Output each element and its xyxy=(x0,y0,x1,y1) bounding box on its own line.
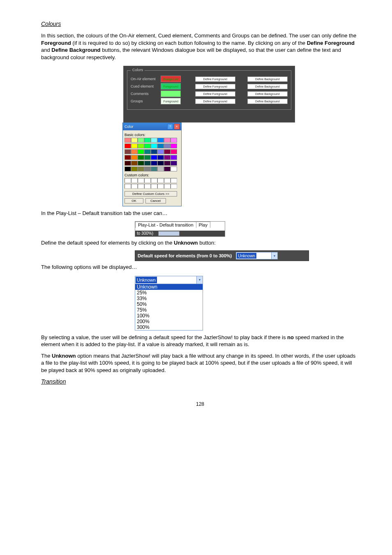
custom-color-slot[interactable] xyxy=(157,178,164,183)
color-swatch[interactable] xyxy=(131,138,138,143)
color-swatch[interactable] xyxy=(125,155,131,160)
custom-color-slot[interactable] xyxy=(151,184,157,189)
color-swatch[interactable] xyxy=(164,166,171,171)
color-swatch[interactable] xyxy=(131,143,138,148)
color-swatch[interactable] xyxy=(138,161,144,166)
chevron-down-icon[interactable]: ▾ xyxy=(271,252,277,259)
speed-combo[interactable]: Unknown ▾ xyxy=(236,252,278,259)
color-swatch[interactable] xyxy=(144,138,151,143)
custom-color-slot[interactable] xyxy=(144,184,151,189)
color-swatch[interactable] xyxy=(164,149,171,154)
custom-color-slot[interactable] xyxy=(151,178,157,183)
color-swatch[interactable] xyxy=(138,149,144,154)
color-swatch[interactable] xyxy=(157,161,164,166)
color-swatch[interactable] xyxy=(138,143,144,148)
custom-color-slot[interactable] xyxy=(171,184,177,189)
define-background-button[interactable]: Define Background xyxy=(247,99,288,104)
custom-color-slot[interactable] xyxy=(131,184,138,189)
color-swatch[interactable] xyxy=(144,155,151,160)
dropdown-option[interactable]: 300% xyxy=(135,324,203,330)
define-background-button[interactable]: Define Background xyxy=(247,91,288,97)
define-foreground-button[interactable]: Define Foreground xyxy=(195,76,235,82)
color-swatch[interactable] xyxy=(125,149,131,154)
define-background-button[interactable]: Define Background xyxy=(247,84,288,89)
text: In this section, the colours of the On-A… xyxy=(41,32,356,39)
color-swatch[interactable] xyxy=(157,138,164,143)
color-swatch[interactable] xyxy=(125,166,131,171)
tab-default-transition[interactable]: Play-List - Default transition xyxy=(135,222,196,228)
color-swatch[interactable] xyxy=(164,138,171,143)
dropdown-option[interactable]: 25% xyxy=(135,290,203,296)
color-swatch[interactable] xyxy=(157,149,164,154)
dropdown-option[interactable]: 75% xyxy=(135,307,203,313)
dropdown-option[interactable]: 100% xyxy=(135,313,203,319)
dropdown-list[interactable]: Unknown25%33%50%75%100%200%300% xyxy=(135,284,203,330)
color-swatch[interactable] xyxy=(151,149,157,154)
custom-color-slot[interactable] xyxy=(138,184,144,189)
color-swatch[interactable] xyxy=(171,149,177,154)
foreground-swatch[interactable]: Foreground xyxy=(161,98,181,104)
color-swatch[interactable] xyxy=(171,166,177,171)
color-swatch[interactable] xyxy=(151,138,157,143)
mini-selector[interactable] xyxy=(158,231,180,236)
foreground-swatch[interactable]: Foreground xyxy=(161,83,181,90)
foreground-swatch[interactable]: Foreground xyxy=(161,76,181,82)
color-swatch[interactable] xyxy=(144,143,151,148)
color-swatch[interactable] xyxy=(138,155,144,160)
custom-color-slot[interactable] xyxy=(164,178,171,183)
define-background-button[interactable]: Define Background xyxy=(247,76,288,82)
color-swatch[interactable] xyxy=(125,138,131,143)
color-swatch[interactable] xyxy=(171,143,177,148)
custom-color-slot[interactable] xyxy=(164,184,171,189)
color-swatch[interactable] xyxy=(151,155,157,160)
color-swatch[interactable] xyxy=(164,161,171,166)
color-swatch[interactable] xyxy=(125,143,131,148)
color-swatch[interactable] xyxy=(131,166,138,171)
color-swatch[interactable] xyxy=(131,149,138,154)
custom-color-slot[interactable] xyxy=(138,178,144,183)
ok-button[interactable]: OK xyxy=(125,198,143,204)
color-swatch[interactable] xyxy=(138,166,144,171)
color-swatch[interactable] xyxy=(157,166,164,171)
dropdown-option[interactable]: 50% xyxy=(135,301,203,307)
custom-color-slot[interactable] xyxy=(125,178,131,183)
define-foreground-button[interactable]: Define Foreground xyxy=(195,91,235,97)
custom-colors-grid[interactable] xyxy=(125,178,180,189)
custom-color-slot[interactable] xyxy=(144,178,151,183)
close-icon[interactable]: × xyxy=(174,124,180,130)
foreground-swatch[interactable] xyxy=(161,90,181,97)
dropdown-option[interactable]: Unknown xyxy=(135,284,203,290)
color-swatch[interactable] xyxy=(131,155,138,160)
color-swatch[interactable] xyxy=(157,155,164,160)
tab-play[interactable]: Play xyxy=(196,222,210,228)
color-swatch[interactable] xyxy=(138,138,144,143)
color-swatch[interactable] xyxy=(131,161,138,166)
define-custom-colors-button[interactable]: Define Custom Colors >> xyxy=(125,191,177,197)
custom-color-slot[interactable] xyxy=(125,184,131,189)
cancel-button[interactable]: Cancel xyxy=(145,198,166,204)
color-swatch[interactable] xyxy=(144,161,151,166)
help-icon[interactable]: ? xyxy=(167,124,173,130)
color-swatch[interactable] xyxy=(151,143,157,148)
custom-color-slot[interactable] xyxy=(157,184,164,189)
custom-color-slot[interactable] xyxy=(171,178,177,183)
color-swatch[interactable] xyxy=(144,149,151,154)
color-swatch[interactable] xyxy=(171,138,177,143)
color-swatch[interactable] xyxy=(125,161,131,166)
color-swatch[interactable] xyxy=(151,161,157,166)
color-swatch[interactable] xyxy=(171,155,177,160)
define-foreground-button[interactable]: Define Foreground xyxy=(195,99,235,104)
color-swatch[interactable] xyxy=(164,143,171,148)
color-swatch[interactable] xyxy=(164,155,171,160)
color-swatch[interactable] xyxy=(151,166,157,171)
define-foreground-button[interactable]: Define Foreground xyxy=(195,84,235,89)
chevron-down-icon[interactable]: ▾ xyxy=(196,276,203,284)
speed-dropdown-open[interactable]: Unknown ▾ Unknown25%33%50%75%100%200%300… xyxy=(135,276,203,331)
color-swatch[interactable] xyxy=(144,166,151,171)
dropdown-option[interactable]: 33% xyxy=(135,296,203,301)
dropdown-option[interactable]: 200% xyxy=(135,319,203,324)
color-swatch[interactable] xyxy=(157,143,164,148)
custom-color-slot[interactable] xyxy=(131,178,138,183)
color-swatch[interactable] xyxy=(171,161,177,166)
basic-colors-grid[interactable] xyxy=(125,138,180,171)
